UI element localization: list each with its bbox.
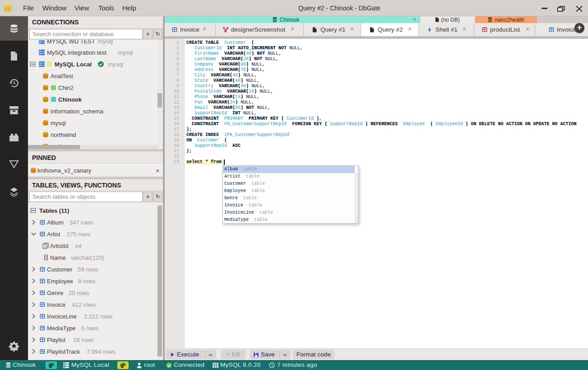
svg-text:1: 1 bbox=[44, 244, 46, 248]
